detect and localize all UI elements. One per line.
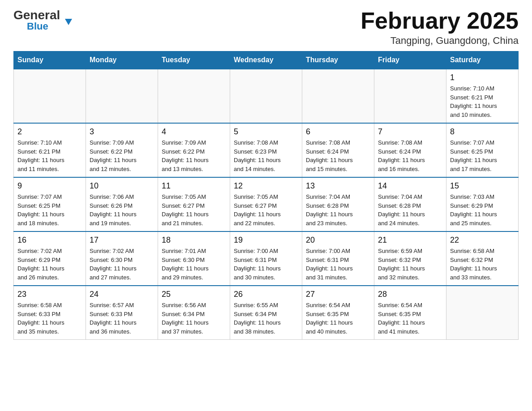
header-friday: Friday	[374, 51, 446, 69]
table-row: 11Sunrise: 7:05 AM Sunset: 6:27 PM Dayli…	[158, 177, 230, 231]
logo-general: General	[13, 9, 69, 21]
day-number: 22	[450, 235, 515, 245]
day-info: Sunrise: 7:05 AM Sunset: 6:27 PM Dayligh…	[162, 193, 226, 227]
table-row: 4Sunrise: 7:09 AM Sunset: 6:22 PM Daylig…	[158, 123, 230, 177]
month-year-title: February 2025	[360, 9, 519, 32]
calendar-week-row: 9Sunrise: 7:07 AM Sunset: 6:25 PM Daylig…	[14, 177, 519, 231]
logo-blue: Blue	[27, 21, 48, 32]
day-info: Sunrise: 7:07 AM Sunset: 6:25 PM Dayligh…	[450, 138, 515, 173]
day-info: Sunrise: 6:56 AM Sunset: 6:34 PM Dayligh…	[162, 301, 226, 336]
table-row: 26Sunrise: 6:55 AM Sunset: 6:34 PM Dayli…	[230, 286, 302, 340]
header-thursday: Thursday	[302, 51, 374, 69]
calendar-table: Sunday Monday Tuesday Wednesday Thursday…	[13, 51, 519, 340]
day-number: 11	[162, 181, 226, 191]
day-info: Sunrise: 7:02 AM Sunset: 6:29 PM Dayligh…	[17, 247, 82, 282]
day-info: Sunrise: 6:58 AM Sunset: 6:32 PM Dayligh…	[450, 247, 515, 282]
table-row	[230, 69, 302, 123]
day-info: Sunrise: 7:08 AM Sunset: 6:23 PM Dayligh…	[234, 138, 298, 173]
table-row: 21Sunrise: 6:59 AM Sunset: 6:32 PM Dayli…	[374, 231, 446, 286]
calendar-week-row: 23Sunrise: 6:58 AM Sunset: 6:33 PM Dayli…	[14, 286, 519, 340]
day-number: 13	[306, 181, 370, 191]
table-row: 23Sunrise: 6:58 AM Sunset: 6:33 PM Dayli…	[14, 286, 86, 340]
day-number: 19	[234, 235, 298, 245]
day-number: 1	[450, 73, 515, 82]
day-info: Sunrise: 7:06 AM Sunset: 6:26 PM Dayligh…	[90, 193, 154, 227]
day-info: Sunrise: 7:09 AM Sunset: 6:22 PM Dayligh…	[90, 138, 154, 173]
table-row	[14, 69, 86, 123]
day-number: 27	[306, 290, 370, 299]
day-number: 4	[162, 127, 226, 137]
table-row: 6Sunrise: 7:08 AM Sunset: 6:24 PM Daylig…	[302, 123, 374, 177]
day-info: Sunrise: 7:10 AM Sunset: 6:21 PM Dayligh…	[450, 84, 515, 119]
table-row: 5Sunrise: 7:08 AM Sunset: 6:23 PM Daylig…	[230, 123, 302, 177]
table-row	[374, 69, 446, 123]
day-info: Sunrise: 7:00 AM Sunset: 6:31 PM Dayligh…	[234, 247, 298, 282]
table-row: 1Sunrise: 7:10 AM Sunset: 6:21 PM Daylig…	[446, 69, 519, 123]
day-number: 9	[17, 181, 82, 191]
day-info: Sunrise: 7:09 AM Sunset: 6:22 PM Dayligh…	[162, 138, 226, 173]
location-subtitle: Tangping, Guangdong, China	[360, 35, 519, 47]
table-row: 7Sunrise: 7:08 AM Sunset: 6:24 PM Daylig…	[374, 123, 446, 177]
page-header: General Blue February 2025 Tangping, Gua…	[13, 9, 519, 47]
day-info: Sunrise: 6:57 AM Sunset: 6:33 PM Dayligh…	[90, 301, 154, 336]
day-info: Sunrise: 7:04 AM Sunset: 6:28 PM Dayligh…	[306, 193, 370, 227]
day-number: 14	[378, 181, 442, 191]
day-number: 12	[234, 181, 298, 191]
day-number: 24	[90, 290, 154, 299]
day-number: 5	[234, 127, 298, 137]
day-number: 6	[306, 127, 370, 137]
table-row: 20Sunrise: 7:00 AM Sunset: 6:31 PM Dayli…	[302, 231, 374, 286]
table-row: 18Sunrise: 7:01 AM Sunset: 6:30 PM Dayli…	[158, 231, 230, 286]
day-number: 21	[378, 235, 442, 245]
day-info: Sunrise: 7:04 AM Sunset: 6:28 PM Dayligh…	[378, 193, 442, 227]
day-number: 15	[450, 181, 515, 191]
day-info: Sunrise: 7:00 AM Sunset: 6:31 PM Dayligh…	[306, 247, 370, 282]
table-row: 8Sunrise: 7:07 AM Sunset: 6:25 PM Daylig…	[446, 123, 519, 177]
table-row: 2Sunrise: 7:10 AM Sunset: 6:21 PM Daylig…	[14, 123, 86, 177]
day-number: 3	[90, 127, 154, 137]
day-info: Sunrise: 6:55 AM Sunset: 6:34 PM Dayligh…	[234, 301, 298, 336]
day-number: 2	[17, 127, 82, 137]
calendar-header-row: Sunday Monday Tuesday Wednesday Thursday…	[14, 51, 519, 69]
table-row: 25Sunrise: 6:56 AM Sunset: 6:34 PM Dayli…	[158, 286, 230, 340]
table-row: 12Sunrise: 7:05 AM Sunset: 6:27 PM Dayli…	[230, 177, 302, 231]
table-row: 3Sunrise: 7:09 AM Sunset: 6:22 PM Daylig…	[86, 123, 158, 177]
day-info: Sunrise: 7:01 AM Sunset: 6:30 PM Dayligh…	[162, 247, 226, 282]
day-info: Sunrise: 6:59 AM Sunset: 6:32 PM Dayligh…	[378, 247, 442, 282]
day-number: 26	[234, 290, 298, 299]
day-info: Sunrise: 7:08 AM Sunset: 6:24 PM Dayligh…	[306, 138, 370, 173]
table-row: 28Sunrise: 6:54 AM Sunset: 6:35 PM Dayli…	[374, 286, 446, 340]
table-row	[446, 286, 519, 340]
day-info: Sunrise: 7:07 AM Sunset: 6:25 PM Dayligh…	[17, 193, 82, 227]
day-info: Sunrise: 6:58 AM Sunset: 6:33 PM Dayligh…	[17, 301, 82, 336]
day-info: Sunrise: 7:08 AM Sunset: 6:24 PM Dayligh…	[378, 138, 442, 173]
day-number: 16	[17, 235, 82, 245]
table-row: 14Sunrise: 7:04 AM Sunset: 6:28 PM Dayli…	[374, 177, 446, 231]
day-info: Sunrise: 7:02 AM Sunset: 6:30 PM Dayligh…	[90, 247, 154, 282]
header-wednesday: Wednesday	[230, 51, 302, 69]
svg-marker-0	[65, 19, 72, 25]
day-number: 7	[378, 127, 442, 137]
day-number: 28	[378, 290, 442, 299]
day-number: 23	[17, 290, 82, 299]
header-monday: Monday	[86, 51, 158, 69]
table-row	[302, 69, 374, 123]
logo: General Blue	[13, 9, 69, 32]
table-row: 24Sunrise: 6:57 AM Sunset: 6:33 PM Dayli…	[86, 286, 158, 340]
table-row: 13Sunrise: 7:04 AM Sunset: 6:28 PM Dayli…	[302, 177, 374, 231]
calendar-week-row: 1Sunrise: 7:10 AM Sunset: 6:21 PM Daylig…	[14, 69, 519, 123]
table-row: 16Sunrise: 7:02 AM Sunset: 6:29 PM Dayli…	[14, 231, 86, 286]
day-number: 25	[162, 290, 226, 299]
day-number: 17	[90, 235, 154, 245]
table-row: 22Sunrise: 6:58 AM Sunset: 6:32 PM Dayli…	[446, 231, 519, 286]
calendar-week-row: 16Sunrise: 7:02 AM Sunset: 6:29 PM Dayli…	[14, 231, 519, 286]
day-info: Sunrise: 6:54 AM Sunset: 6:35 PM Dayligh…	[378, 301, 442, 336]
calendar-week-row: 2Sunrise: 7:10 AM Sunset: 6:21 PM Daylig…	[14, 123, 519, 177]
day-number: 20	[306, 235, 370, 245]
table-row: 27Sunrise: 6:54 AM Sunset: 6:35 PM Dayli…	[302, 286, 374, 340]
day-number: 10	[90, 181, 154, 191]
table-row	[86, 69, 158, 123]
table-row: 17Sunrise: 7:02 AM Sunset: 6:30 PM Dayli…	[86, 231, 158, 286]
table-row: 15Sunrise: 7:03 AM Sunset: 6:29 PM Dayli…	[446, 177, 519, 231]
table-row	[158, 69, 230, 123]
